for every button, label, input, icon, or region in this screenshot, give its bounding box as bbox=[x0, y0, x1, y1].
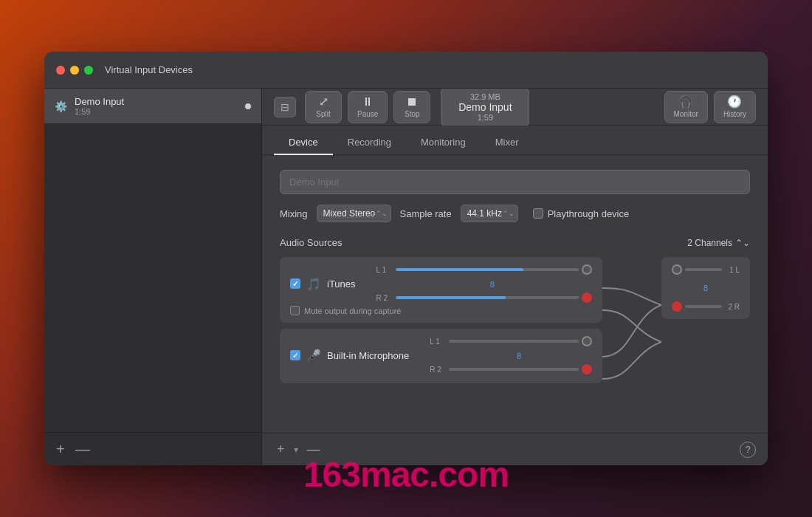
playthrough-label: Playthrough device bbox=[548, 208, 630, 219]
mic-l-dot bbox=[582, 336, 592, 346]
mic-name: Built-in Microphone bbox=[327, 350, 409, 361]
monitor-icon: 🎧 bbox=[678, 96, 693, 108]
input-display: 32.9 MB Demo Input 1:59 bbox=[441, 89, 529, 127]
tab-device[interactable]: Device bbox=[274, 131, 333, 155]
stop-icon: ⏹ bbox=[406, 96, 418, 108]
mic-r-dot bbox=[582, 364, 592, 374]
stop-button[interactable]: ⏹ Stop bbox=[393, 91, 430, 123]
sidebar-item-content: Demo Input 1:59 bbox=[75, 96, 238, 116]
toolbar: ⊟ ⤢ Split ⏸ Pause ⏹ Stop 32.9 MB Demo In… bbox=[262, 89, 768, 126]
main-window: Virtual Input Devices ⚙️ Demo Input 1:59… bbox=[44, 52, 768, 465]
sidebar: ⚙️ Demo Input 1:59 + — bbox=[44, 89, 262, 465]
minimize-button[interactable] bbox=[70, 66, 79, 75]
sample-label: Sample rate bbox=[400, 208, 452, 219]
audio-sources-title: Audio Sources bbox=[280, 237, 343, 248]
sources-left: 🎵 iTunes L 1 bbox=[280, 257, 602, 383]
source-item-itunes: 🎵 iTunes L 1 bbox=[280, 257, 602, 323]
mixing-select[interactable]: Mixed Stereo bbox=[317, 205, 391, 222]
mute-row: Mute output during capture bbox=[290, 306, 592, 315]
mic-l-bar bbox=[449, 340, 579, 343]
tab-mixer[interactable]: Mixer bbox=[481, 131, 534, 155]
pause-label: Pause bbox=[357, 110, 378, 118]
output-2r-row: 2 R bbox=[672, 301, 740, 312]
sidebar-add-button[interactable]: + bbox=[56, 442, 65, 456]
connector-svg bbox=[602, 257, 661, 394]
close-button[interactable] bbox=[56, 66, 65, 75]
channels-control[interactable]: 2 Channels ⌃⌄ bbox=[687, 238, 750, 248]
output-link: 8 bbox=[672, 284, 740, 292]
titlebar: Virtual Input Devices bbox=[44, 52, 768, 89]
source-item-microphone: 🎤 Built-in Microphone L 1 bbox=[280, 329, 602, 383]
recording-size: 32.9 MB bbox=[470, 92, 500, 101]
mic-l-label: L 1 bbox=[430, 338, 446, 346]
tab-monitoring[interactable]: Monitoring bbox=[406, 131, 481, 155]
playthrough-wrapper: Playthrough device bbox=[533, 208, 630, 219]
sidebar-item-indicator bbox=[245, 103, 251, 109]
mic-checkbox[interactable] bbox=[290, 350, 300, 360]
playthrough-checkbox[interactable] bbox=[533, 208, 543, 219]
mute-label: Mute output during capture bbox=[304, 307, 401, 315]
tab-recording[interactable]: Recording bbox=[333, 131, 406, 155]
traffic-lights bbox=[56, 66, 93, 75]
mixing-select-wrapper: Mixed Stereo bbox=[317, 205, 391, 222]
mic-row: 🎤 Built-in Microphone L 1 bbox=[290, 336, 592, 374]
itunes-channels: L 1 8 bbox=[362, 264, 592, 303]
monitor-button[interactable]: 🎧 Monitor bbox=[664, 91, 708, 123]
mic-icon: 🎤 bbox=[306, 349, 321, 363]
history-label: History bbox=[723, 110, 746, 118]
add-source-button[interactable]: + bbox=[274, 440, 288, 459]
pause-button[interactable]: ⏸ Pause bbox=[348, 91, 388, 123]
add-chevron: ▾ bbox=[294, 445, 298, 455]
sidebar-item-name: Demo Input bbox=[75, 96, 238, 107]
mic-l-channel: L 1 bbox=[430, 336, 592, 346]
device-name-input[interactable] bbox=[280, 170, 750, 194]
recording-time: 1:59 bbox=[478, 113, 493, 122]
itunes-checkbox[interactable] bbox=[290, 278, 300, 289]
output-channels: 1 L 8 2 R bbox=[661, 257, 750, 319]
sidebar-item-time: 1:59 bbox=[75, 107, 238, 116]
pause-icon: ⏸ bbox=[362, 96, 374, 108]
split-button[interactable]: ⤢ Split bbox=[305, 91, 342, 123]
output-2r-dot bbox=[672, 301, 682, 312]
itunes-link: 8 bbox=[393, 277, 592, 290]
itunes-name: iTunes bbox=[327, 278, 356, 290]
sidebar-toggle-button[interactable]: ⊟ bbox=[274, 97, 296, 117]
main-layout: ⚙️ Demo Input 1:59 + — ⊟ ⤢ Split bbox=[44, 89, 768, 465]
itunes-l-bar bbox=[396, 268, 579, 271]
sample-select[interactable]: 44.1 kHz bbox=[461, 205, 518, 222]
itunes-r-label: R 2 bbox=[376, 294, 393, 302]
settings-icon: ⚙️ bbox=[55, 100, 67, 112]
itunes-l-label: L 1 bbox=[376, 266, 393, 274]
mic-link-icon: 8 bbox=[517, 352, 521, 360]
maximize-button[interactable] bbox=[84, 66, 93, 75]
itunes-icon: 🎵 bbox=[306, 277, 321, 291]
window-title: Virtual Input Devices bbox=[105, 64, 193, 75]
itunes-l-dot bbox=[582, 264, 592, 275]
history-button[interactable]: 🕐 History bbox=[714, 91, 756, 123]
watermark: 163mac.com bbox=[303, 454, 509, 495]
mic-r-channel: R 2 bbox=[430, 364, 592, 374]
help-button[interactable]: ? bbox=[740, 442, 756, 458]
itunes-l-fill bbox=[396, 268, 524, 271]
output-1l-bar bbox=[685, 268, 722, 271]
mic-r-label: R 2 bbox=[430, 366, 446, 374]
split-icon: ⤢ bbox=[319, 96, 328, 108]
toolbar-right: 🎧 Monitor 🕐 History bbox=[664, 91, 756, 123]
output-1l-label: 1 L bbox=[725, 266, 740, 274]
tabs: Device Recording Monitoring Mixer bbox=[262, 126, 768, 155]
itunes-r-dot bbox=[582, 292, 592, 303]
itunes-r-bar bbox=[396, 296, 579, 299]
mixing-row: Mixing Mixed Stereo Sample rate 44.1 kHz bbox=[280, 205, 750, 222]
output-2r-label: 2 R bbox=[725, 303, 740, 311]
monitor-label: Monitor bbox=[674, 110, 698, 118]
mute-checkbox[interactable] bbox=[290, 306, 300, 315]
sidebar-remove-button[interactable]: — bbox=[75, 442, 90, 456]
channels-label: 2 Channels bbox=[687, 238, 732, 248]
connector-area bbox=[602, 257, 661, 394]
input-display-name: Demo Input bbox=[458, 101, 512, 113]
sidebar-item-demo-input[interactable]: ⚙️ Demo Input 1:59 bbox=[44, 89, 261, 123]
mic-link: 8 bbox=[446, 349, 592, 362]
stop-label: Stop bbox=[405, 110, 420, 118]
link-icon: 8 bbox=[490, 280, 495, 289]
output-1l-dot bbox=[672, 264, 682, 275]
